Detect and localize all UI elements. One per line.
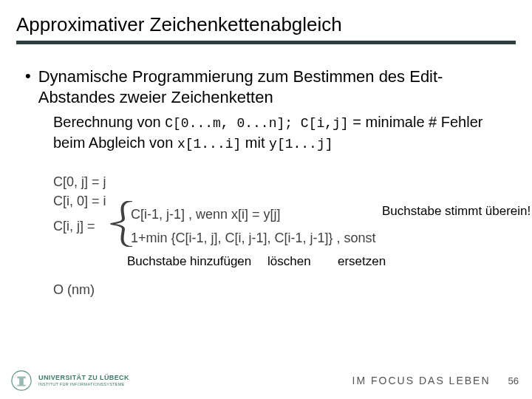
annotation-add: Buchstabe hinzufügen (127, 254, 251, 269)
annotation-match: Buchstabe stimmt überein! (382, 204, 531, 219)
annotation-delete: löschen (267, 254, 311, 269)
title-underline (16, 41, 516, 44)
motto: IM FOCUS DAS LEBEN (352, 375, 491, 386)
formula-cij-left: C[i, j] = (53, 219, 95, 234)
formula-complexity: O (nm) (53, 282, 95, 298)
uni-name: UNIVERSITÄT ZU LÜBECK (38, 375, 129, 381)
annotation-replace: ersetzen (338, 254, 386, 269)
content-area: • Dynamische Programmierung zum Bestimme… (0, 50, 532, 399)
sub-code1: C[0...m, 0...n]; C[i,j] (165, 116, 348, 131)
title-area: Approximativer Zeichenkettenabgleich (0, 0, 532, 50)
formula-case2: 1+min {C[i-1, j], C[i, j-1], C[i-1, j-1]… (131, 231, 376, 246)
sub-mid2: mit (241, 134, 269, 151)
university-logo: UNIVERSITÄT ZU LÜBECK INSTITUT FÜR INFOR… (10, 369, 129, 392)
formula-block: C[0, j] = j C[i, 0] = i C[i, j] = C[i-1,… (53, 174, 508, 300)
seal-icon (10, 369, 33, 392)
sub-bullet: Berechnung von C[0...m, 0...n]; C[i,j] =… (24, 108, 508, 154)
bullet-1: • Dynamische Programmierung zum Bestimme… (24, 66, 508, 108)
slide: Approximativer Zeichenkettenabgleich • D… (0, 0, 532, 399)
footer-right: IM FOCUS DAS LEBEN 56 (352, 375, 519, 386)
formula-case1: C[i-1, j-1] , wenn x[i] = y[j] (131, 207, 281, 222)
page-number: 56 (508, 375, 519, 386)
sub-code2: x[1...i] (177, 137, 241, 151)
sub-code3: y[1...j] (269, 137, 332, 151)
sub-pre: Berechnung von (53, 114, 165, 130)
logo-text: UNIVERSITÄT ZU LÜBECK INSTITUT FÜR INFOR… (38, 375, 129, 387)
bullet-text: Dynamische Programmierung zum Bestimmen … (38, 66, 508, 108)
formula-ci0: C[i, 0] = i (53, 194, 106, 209)
slide-title: Approximativer Zeichenkettenabgleich (16, 13, 516, 36)
footer: UNIVERSITÄT ZU LÜBECK INSTITUT FÜR INFOR… (0, 362, 532, 399)
formula-c0j: C[0, j] = j (53, 174, 106, 190)
institute-name: INSTITUT FÜR INFORMATIONSSYSTEME (38, 383, 129, 387)
bullet-dot: • (25, 66, 31, 86)
